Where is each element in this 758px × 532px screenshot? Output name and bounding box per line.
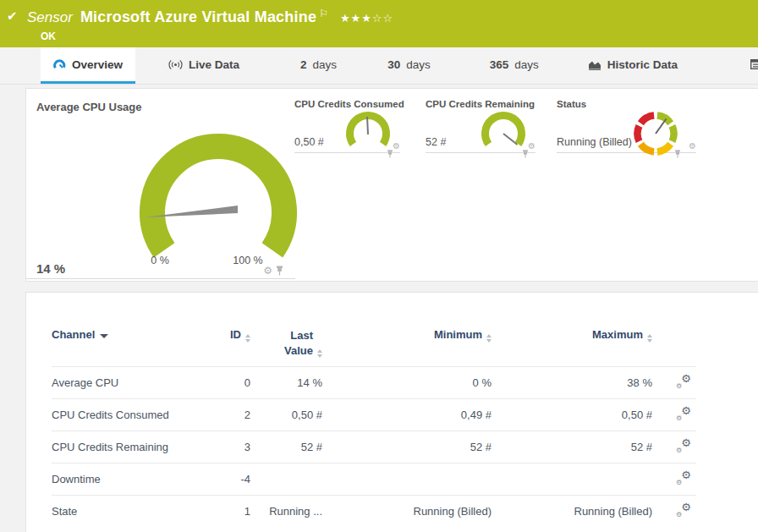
channel-last-value: 52 # — [250, 431, 322, 463]
edit-channel-icon[interactable]: ⚙⚙ — [676, 503, 691, 517]
table-row: CPU Credits Remaining 3 52 # 52 # 52 # ⚙… — [52, 431, 696, 463]
gauge-pin-icon[interactable] — [522, 150, 529, 158]
sort-icon — [317, 349, 322, 358]
edit-channel-icon[interactable]: ⚙⚙ — [676, 375, 691, 388]
channel-last-value: 14 % — [250, 367, 322, 399]
area-chart-icon — [588, 59, 601, 70]
gauge-pin-icon[interactable] — [387, 150, 393, 158]
status-badge: OK — [41, 30, 393, 42]
channel-name: State — [52, 496, 200, 528]
tab-2-days[interactable]: 2 days — [288, 47, 349, 84]
edit-channel-icon[interactable]: ⚙⚙ — [676, 439, 691, 452]
gauge-value: 0,50 # — [294, 136, 324, 148]
tab-bar: Overview Live Data 2 days 30 days 365 da… — [0, 47, 758, 85]
channel-last-value: Running ... — [250, 496, 322, 528]
ok-check-icon: ✔ — [7, 8, 27, 47]
gauge-settings-icon[interactable]: ⚙ — [528, 142, 536, 151]
channel-last-value: 0,50 # — [250, 399, 322, 431]
priority-stars[interactable]: ★★★☆☆ — [340, 9, 393, 28]
gauge-pin-icon[interactable] — [276, 266, 283, 276]
gauge-title: Average CPU Usage — [36, 101, 142, 113]
channel-id: 1 — [200, 496, 250, 528]
table-row: CPU Credits Consumed 2 0,50 # 0,49 # 0,5… — [52, 399, 696, 431]
channel-minimum: Running (Billed) — [322, 496, 492, 528]
object-type-label: Sensor — [27, 8, 73, 27]
sort-icon — [245, 334, 250, 343]
tab-30-days[interactable]: 30 days — [375, 47, 443, 84]
table-row: Average CPU 0 14 % 0 % 38 % ⚙⚙ — [52, 367, 696, 399]
flag-icon[interactable]: ⚐ — [319, 4, 328, 23]
gauge-pin-icon[interactable] — [674, 150, 681, 158]
gauge-scale-min: 0 % — [135, 255, 185, 266]
channel-id: 3 — [200, 431, 250, 463]
edit-channel-icon[interactable]: ⚙⚙ — [676, 471, 691, 485]
column-header-last-value[interactable]: Last Value — [250, 328, 322, 367]
sensor-banner: ✔ Sensor Microsoft Azure Virtual Machine… — [0, 0, 758, 47]
average-cpu-gauge-dial — [128, 118, 310, 274]
gauge-settings-icon[interactable]: ⚙ — [393, 142, 400, 151]
channel-maximum: Running (Billed) — [492, 496, 652, 528]
column-header-maximum[interactable]: Maximum — [492, 328, 652, 367]
channel-maximum: 38 % — [492, 367, 652, 399]
channel-name: CPU Credits Consumed — [52, 399, 200, 431]
gauge-value: 52 # — [426, 136, 446, 148]
tab-log[interactable]: Log — [738, 47, 758, 84]
channel-minimum: 0,49 # — [322, 399, 492, 431]
channel-maximum: 0,50 # — [492, 399, 652, 431]
channel-minimum: 52 # — [322, 431, 492, 463]
gauge-settings-icon[interactable]: ⚙ — [689, 142, 696, 151]
column-header-id[interactable]: ID — [200, 328, 250, 367]
channel-id: -4 — [200, 463, 250, 496]
channel-maximum — [492, 463, 652, 496]
gauge-cpu-credits-consumed: CPU Credits Consumed 0,50 # ⚙ — [294, 99, 400, 153]
cpu-credits-remaining-dial — [478, 107, 529, 157]
gauge-settings-icon[interactable]: ⚙ — [263, 266, 272, 276]
table-row: Downtime -4 ⚙⚙ — [52, 463, 696, 496]
tab-live-data[interactable]: Live Data — [156, 47, 252, 84]
tab-historic-data[interactable]: Historic Data — [575, 47, 690, 84]
column-header-channel[interactable]: Channel — [52, 328, 200, 367]
channel-maximum: 52 # — [492, 431, 652, 463]
cpu-credits-consumed-dial — [343, 107, 393, 157]
channel-name: Average CPU — [52, 367, 200, 399]
gauge-average-cpu-usage: Average CPU Usage 0 % 100 % 14 % ⚙ — [26, 96, 295, 279]
channel-minimum: 0 % — [322, 367, 492, 399]
tab-overview[interactable]: Overview — [41, 47, 135, 84]
sort-icon — [486, 334, 492, 343]
gauge-icon — [53, 58, 66, 71]
channel-name: Downtime — [52, 463, 200, 496]
log-icon — [750, 59, 758, 69]
channel-id: 2 — [200, 399, 250, 431]
table-row: State 1 Running ... Running (Billed) Run… — [52, 496, 696, 528]
gauge-cpu-credits-remaining: CPU Credits Remaining 52 # ⚙ — [426, 99, 536, 153]
gauge-value: Running (Billed) — [557, 136, 632, 148]
sort-desc-icon — [100, 334, 108, 338]
channels-table: Channel ID Last Value Minimum Maximum — [52, 328, 696, 527]
channel-last-value — [250, 463, 322, 496]
gauge-value: 14 % — [36, 261, 65, 276]
channel-name: CPU Credits Remaining — [52, 431, 200, 463]
channel-minimum — [322, 463, 492, 496]
column-header-minimum[interactable]: Minimum — [322, 328, 492, 367]
gauges-panel: Average CPU Usage 0 % 100 % 14 % ⚙ CPU C… — [25, 88, 758, 282]
status-dial — [630, 107, 681, 157]
gauge-status: Status Running (Billed) ⚙ — [557, 99, 696, 153]
column-header-edit — [652, 328, 696, 367]
channel-id: 0 — [200, 367, 250, 399]
live-data-icon — [168, 59, 183, 70]
page-title: Microsoft Azure Virtual Machine — [80, 8, 316, 26]
edit-channel-icon[interactable]: ⚙⚙ — [676, 407, 691, 420]
tab-365-days[interactable]: 365 days — [477, 47, 552, 84]
sort-icon — [647, 334, 652, 343]
channels-panel: Channel ID Last Value Minimum Maximum — [25, 292, 758, 532]
